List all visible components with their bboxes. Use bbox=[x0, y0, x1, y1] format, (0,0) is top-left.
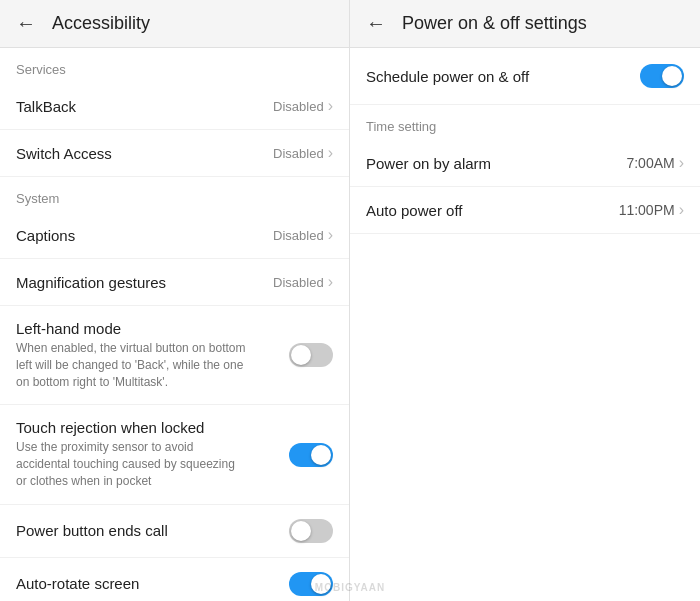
schedule-power-label: Schedule power on & off bbox=[366, 68, 529, 85]
touch-rejection-toggle[interactable] bbox=[289, 443, 333, 467]
toggle-knob bbox=[291, 345, 311, 365]
toggle-knob bbox=[291, 521, 311, 541]
auto-rotate-toggle[interactable] bbox=[289, 572, 333, 596]
captions-title: Captions bbox=[16, 227, 273, 244]
magnification-value: Disabled › bbox=[273, 273, 333, 291]
talkback-item[interactable]: TalkBack Disabled › bbox=[0, 83, 349, 130]
services-section-label: Services bbox=[0, 48, 349, 83]
left-hand-mode-subtitle: When enabled, the virtual button on bott… bbox=[16, 340, 246, 390]
power-button-ends-call-item: Power button ends call bbox=[0, 505, 349, 558]
left-hand-mode-toggle[interactable] bbox=[289, 343, 333, 367]
power-button-ends-call-toggle[interactable] bbox=[289, 519, 333, 543]
left-header: ← Accessibility bbox=[0, 0, 349, 48]
auto-power-off-item[interactable]: Auto power off 11:00PM › bbox=[350, 187, 700, 234]
toggle-knob bbox=[662, 66, 682, 86]
auto-rotate-title: Auto-rotate screen bbox=[16, 575, 289, 592]
touch-rejection-item: Touch rejection when locked Use the prox… bbox=[0, 405, 349, 504]
chevron-icon: › bbox=[679, 201, 684, 219]
power-on-alarm-label: Power on by alarm bbox=[366, 155, 491, 172]
chevron-icon: › bbox=[328, 226, 333, 244]
right-panel: ← Power on & off settings Schedule power… bbox=[350, 0, 700, 601]
switch-access-item[interactable]: Switch Access Disabled › bbox=[0, 130, 349, 177]
page-title: Accessibility bbox=[52, 13, 150, 34]
touch-rejection-title: Touch rejection when locked bbox=[16, 419, 289, 436]
toggle-knob bbox=[311, 574, 331, 594]
power-button-ends-call-title: Power button ends call bbox=[16, 522, 289, 539]
switch-access-value: Disabled › bbox=[273, 144, 333, 162]
schedule-power-toggle[interactable] bbox=[640, 64, 684, 88]
time-section-label: Time setting bbox=[350, 105, 700, 140]
power-on-alarm-value: 7:00AM bbox=[626, 155, 674, 171]
magnification-title: Magnification gestures bbox=[16, 274, 273, 291]
captions-value: Disabled › bbox=[273, 226, 333, 244]
touch-rejection-subtitle: Use the proximity sensor to avoid accide… bbox=[16, 439, 246, 489]
chevron-icon: › bbox=[328, 273, 333, 291]
toggle-knob bbox=[311, 445, 331, 465]
power-on-alarm-item[interactable]: Power on by alarm 7:00AM › bbox=[350, 140, 700, 187]
magnification-item[interactable]: Magnification gestures Disabled › bbox=[0, 259, 349, 306]
schedule-power-item: Schedule power on & off bbox=[350, 48, 700, 105]
captions-item[interactable]: Captions Disabled › bbox=[0, 212, 349, 259]
system-section-label: System bbox=[0, 177, 349, 212]
chevron-icon: › bbox=[328, 97, 333, 115]
right-header: ← Power on & off settings bbox=[350, 0, 700, 48]
right-page-title: Power on & off settings bbox=[402, 13, 587, 34]
auto-power-off-value: 11:00PM bbox=[619, 202, 675, 218]
switch-access-title: Switch Access bbox=[16, 145, 273, 162]
auto-power-off-label: Auto power off bbox=[366, 202, 462, 219]
left-panel: ← Accessibility Services TalkBack Disabl… bbox=[0, 0, 350, 601]
left-hand-mode-title: Left-hand mode bbox=[16, 320, 289, 337]
talkback-title: TalkBack bbox=[16, 98, 273, 115]
back-icon[interactable]: ← bbox=[16, 12, 36, 35]
auto-rotate-item: Auto-rotate screen bbox=[0, 558, 349, 601]
left-hand-mode-item: Left-hand mode When enabled, the virtual… bbox=[0, 306, 349, 405]
chevron-icon: › bbox=[679, 154, 684, 172]
talkback-value: Disabled › bbox=[273, 97, 333, 115]
right-back-icon[interactable]: ← bbox=[366, 12, 386, 35]
chevron-icon: › bbox=[328, 144, 333, 162]
